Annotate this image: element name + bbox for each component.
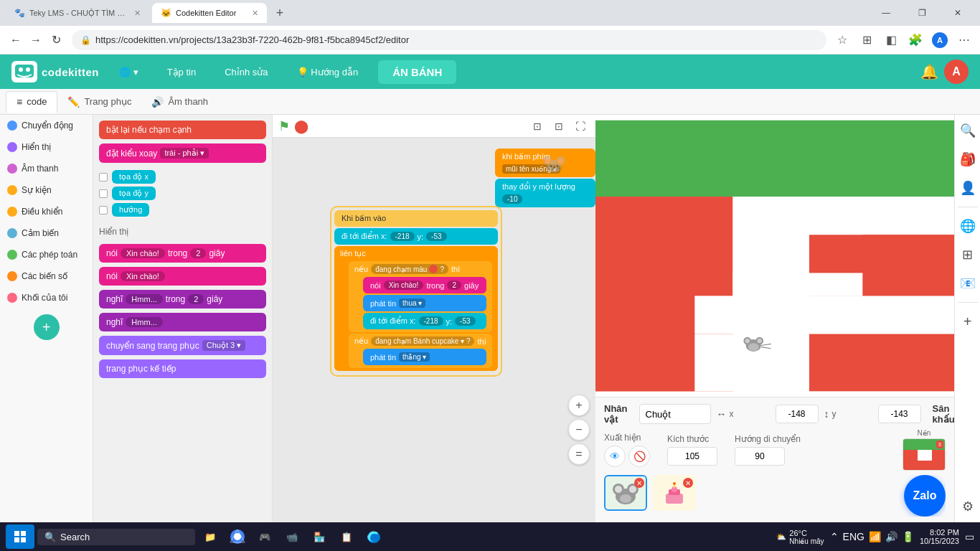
checkbox-dir-box[interactable]	[99, 206, 108, 215]
category-sound[interactable]: Âm thanh	[0, 158, 93, 179]
cb-broadcast-win[interactable]: phát tin thắng ▾	[363, 349, 486, 365]
sidebar-outlook-icon[interactable]: 📧	[958, 273, 978, 293]
sprite-thumb-mouse[interactable]: ✕	[604, 475, 647, 511]
expand-preview-button[interactable]: ⊡	[550, 117, 568, 136]
category-display[interactable]: Hiển thị	[0, 136, 93, 158]
win-dropdown[interactable]: thắng ▾	[399, 352, 430, 362]
goto-y1[interactable]: -53	[426, 232, 446, 241]
tab-code[interactable]: ≡ code	[6, 91, 57, 113]
x-value-input[interactable]	[776, 405, 819, 423]
lang-button[interactable]: 🌐 ▾	[110, 62, 147, 82]
address-bar[interactable]: 🔒 https://codekitten.vn/projects/13a23b3…	[72, 30, 826, 50]
tab-sound[interactable]: 🔊 Âm thanh	[141, 92, 218, 112]
sidebar-toggle[interactable]: ◧	[881, 30, 901, 50]
stop-button[interactable]: ⬤	[294, 118, 308, 134]
say-block[interactable]: nói Xin chào!	[99, 267, 266, 286]
checkbox-dir[interactable]: hướng	[99, 203, 266, 217]
think-dur-1[interactable]: 2	[188, 294, 204, 304]
notification-icon[interactable]: 🔔	[920, 63, 938, 80]
forever-block[interactable]: liên tục nếu đang chạm màu ? thì	[334, 246, 498, 371]
fullscreen-button[interactable]: ⛶	[571, 117, 590, 136]
goto-x1[interactable]: -218	[390, 232, 415, 241]
sprite-thumb-cake[interactable]: ✕	[653, 475, 696, 511]
costume-dropdown[interactable]: Chuột 3 ▾	[202, 340, 245, 351]
think-block-duration[interactable]: nghĩ Hmm... trong 2 giây	[99, 290, 266, 309]
if-color-block[interactable]: nếu đang chạm màu ? thì nói Xin chào! tr…	[349, 261, 492, 332]
set-rotation-block[interactable]: đặt kiểu xoay trái - phải ▾	[99, 143, 266, 163]
guide-menu[interactable]: 💡 Hướng dẫn	[288, 62, 367, 82]
sidebar-bag-icon[interactable]: 🎒	[958, 149, 978, 169]
taskbar-search[interactable]: 🔍 Search	[37, 529, 195, 545]
cb-broadcast-lose[interactable]: phát tin thua ▾	[363, 295, 486, 311]
size-value-input[interactable]	[667, 447, 717, 466]
direction-block[interactable]: hướng	[112, 203, 149, 217]
say-text-2[interactable]: Xin chào!	[121, 271, 165, 281]
hide-button[interactable]: 🚫	[628, 446, 650, 467]
tray-chevron[interactable]: ⌃	[830, 531, 839, 542]
category-control[interactable]: Điều khiển	[0, 201, 93, 222]
xcoord-block[interactable]: tọa độ x	[112, 170, 156, 184]
category-operators[interactable]: Các phép toán	[0, 244, 93, 265]
tray-volume[interactable]: 🔊	[885, 531, 897, 542]
think-text-1[interactable]: Hmm...	[126, 294, 162, 304]
taskbar-chrome[interactable]	[225, 524, 250, 549]
say-block-duration[interactable]: nói Xin chào! trong 2 giây	[99, 244, 266, 263]
category-events[interactable]: Sự kiện	[0, 179, 93, 201]
tab-costume[interactable]: ✏️ Trang phục	[57, 92, 141, 112]
say-dur[interactable]: 2	[447, 281, 461, 290]
sprite-delete-mouse[interactable]: ✕	[634, 478, 644, 488]
user-avatar[interactable]: A	[944, 60, 969, 84]
new-tab-button[interactable]: +	[270, 3, 290, 23]
cb-goto-reset[interactable]: đi tới điểm x: -218 y: -53	[363, 313, 486, 329]
say-text-1[interactable]: Xin chào!	[121, 248, 165, 258]
green-flag-button[interactable]: ⚑	[278, 118, 290, 134]
category-myblocks[interactable]: Khối của tôi	[0, 287, 93, 309]
taskbar-store[interactable]: 🏪	[307, 524, 331, 549]
ycoord-block[interactable]: tọa độ y	[112, 187, 156, 200]
checkbox-x-box[interactable]	[99, 173, 108, 182]
sidebar-settings-icon[interactable]: ⚙	[958, 496, 978, 517]
cb-when-clicked[interactable]: Khi bấm vào	[334, 210, 498, 227]
file-menu[interactable]: Tập tin	[159, 62, 205, 82]
taskbar-teams[interactable]: 📹	[280, 524, 304, 549]
project-name[interactable]: ÁN BÁNH	[378, 60, 456, 84]
zoom-fit-button[interactable]: =	[568, 443, 590, 465]
checkbox-x[interactable]: tọa độ x	[99, 170, 266, 184]
if-sprite-block[interactable]: nếu đang chạm Bánh cupcake ▾ ? thì phát …	[349, 334, 492, 368]
edit-menu[interactable]: Chỉnh sửa	[216, 62, 276, 82]
zalo-button[interactable]: Zalo	[904, 475, 946, 517]
zoom-in-button[interactable]: +	[568, 395, 590, 416]
expand-code-button[interactable]: ⊡	[528, 117, 547, 136]
tray-battery[interactable]: 🔋	[902, 531, 914, 542]
maximize-button[interactable]: ❐	[905, 0, 938, 26]
taskbar-clock[interactable]: 8:02 PM 10/15/2023	[920, 528, 959, 545]
y-value-input[interactable]	[878, 405, 921, 423]
show-desktop-button[interactable]: ▭	[965, 531, 974, 542]
goto-y2[interactable]: -53	[455, 316, 475, 326]
browser-tab-codekitten[interactable]: 🐱 Codekitten Editor ✕	[152, 3, 267, 23]
browser-tab-teky[interactable]: 🐾 Teky LMS - CHUỘT TÌM BÁNH ✕	[6, 3, 149, 23]
sprite-delete-cake[interactable]: ✕	[683, 478, 693, 488]
switch-costume-block[interactable]: chuyển sang trang phục Chuột 3 ▾	[99, 336, 266, 355]
collections-button[interactable]: ⊞	[857, 30, 877, 50]
stage-thumb[interactable]: 3	[903, 438, 946, 471]
say-val[interactable]: Xin chào!	[384, 281, 424, 290]
star-button[interactable]: ☆	[832, 30, 852, 50]
minimize-button[interactable]: —	[870, 0, 903, 26]
cb-goto-start[interactable]: đi tới điểm x: -218 y: -53	[334, 228, 498, 245]
sprite-name-input[interactable]	[639, 404, 711, 424]
start-button[interactable]	[6, 524, 34, 549]
user-profile[interactable]: A	[930, 30, 950, 50]
lose-dropdown[interactable]: thua ▾	[399, 298, 425, 308]
taskbar-edge[interactable]	[362, 524, 386, 549]
cb-say-block[interactable]: nói Xin chào! trong 2 giây	[363, 277, 486, 293]
sidebar-globe-icon[interactable]: 🌐	[958, 216, 978, 236]
add-block-button[interactable]: +	[34, 314, 60, 340]
reload-button[interactable]: ↻	[46, 30, 66, 50]
checkbox-y-box[interactable]	[99, 189, 108, 198]
sidebar-add-icon[interactable]: +	[958, 311, 978, 331]
sidebar-search-icon[interactable]: 🔍	[958, 121, 978, 141]
category-sensor[interactable]: Cảm biến	[0, 222, 93, 244]
category-variables[interactable]: Các biến số	[0, 265, 93, 287]
sidebar-apps-icon[interactable]: ⊞	[958, 245, 978, 265]
